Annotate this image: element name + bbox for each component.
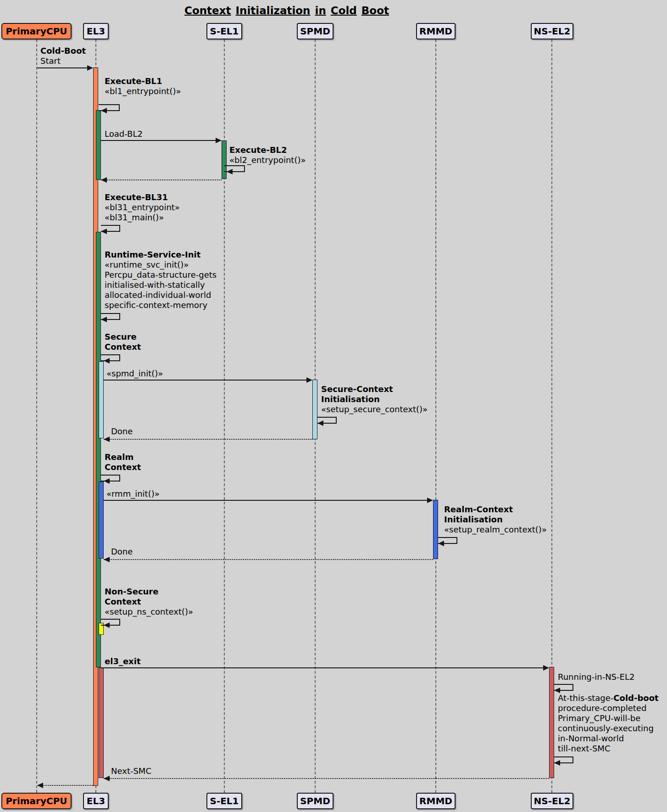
title-word: Initialization	[236, 5, 311, 17]
participant-primarycpu-bottom: PrimaryCPU	[1, 793, 72, 809]
msg-realm-context-label-1: Realm	[105, 452, 133, 462]
lifeline-primarycpu	[36, 39, 37, 793]
participant-ns-el2-bottom: NS-EL2	[531, 793, 573, 809]
return-next-smc-arrowhead	[104, 776, 110, 781]
msg-cold-boot-line	[37, 67, 87, 68]
msg-secure-init-label-2: Initialisation	[321, 394, 380, 404]
msg-execute-bl1-label-1: Execute-BL1	[105, 76, 162, 86]
return-secure-done-label: Done	[111, 426, 133, 437]
msg-coldboot-complete-arrowhead	[554, 760, 560, 766]
msg-load-bl2-arrowhead	[216, 138, 222, 143]
activation-spmd	[312, 380, 317, 439]
return-realm-done-arrowhead	[104, 557, 110, 562]
msg-load-bl2-label: Load-BL2	[105, 129, 143, 139]
lifeline-rmmd	[435, 39, 436, 793]
participant-label: PrimaryCPU	[6, 795, 67, 806]
participant-spmd-top: SPMD	[297, 23, 334, 39]
msg-realm-context-label-2: Context	[105, 462, 141, 472]
activation-el3-realm-context	[99, 482, 104, 559]
participant-label: RMMD	[419, 26, 452, 37]
msg-secure-init-label-3: «setup_secure_context()»	[321, 404, 428, 414]
msg-coldboot-complete-label-5: in-Normal-world	[558, 734, 624, 744]
label-bold: Cold-boot	[613, 693, 658, 703]
return-realm-done-label: Done	[111, 547, 133, 557]
participant-spmd-bottom: SPMD	[297, 793, 334, 809]
participant-rmmd-top: RMMD	[416, 23, 456, 39]
return-realm-done-line	[104, 559, 433, 560]
msg-rmm-init-arrowhead	[427, 498, 433, 503]
participant-primarycpu-top: PrimaryCPU	[1, 23, 72, 39]
msg-realm-init-label-3: «setup_realm_context()»	[444, 525, 547, 535]
msg-el3-exit-label: el3_exit	[105, 656, 141, 666]
msg-realm-context-arrowhead	[104, 478, 110, 484]
return-bl2-arrowhead	[101, 177, 107, 183]
msg-coldboot-complete-label-1: At-this-stage-Cold-boot	[558, 693, 659, 703]
msg-ns-context-label-2: Context	[105, 597, 141, 607]
return-secure-done-line	[104, 439, 312, 440]
msg-execute-bl1-arrowhead	[101, 108, 107, 113]
msg-realm-init-arrowhead	[438, 541, 444, 546]
participant-label: NS-EL2	[534, 26, 571, 37]
msg-realm-init-label-1: Realm-Context	[444, 504, 513, 515]
msg-cold-boot-arrowhead	[87, 65, 93, 71]
msg-execute-bl1-label-2: «bl1_entrypoint()»	[105, 86, 181, 96]
msg-execute-bl31-label-2: «bl31_entrypoint»	[105, 202, 180, 213]
msg-secure-context-label-1: Secure	[105, 332, 137, 342]
sequence-diagram: ContextInitializationinColdBoot PrimaryC…	[0, 0, 667, 812]
msg-runtime-svc-label-4: initialised-with-statically	[105, 280, 205, 290]
msg-execute-bl2-label-2: «bl2_entrypoint()»	[229, 155, 306, 165]
participant-label: EL3	[87, 26, 105, 37]
msg-runtime-svc-label-3: Percpu_data-structure-gets	[105, 270, 217, 280]
msg-spmd-init-label: «spmd_init()»	[106, 369, 163, 379]
participant-label: NS-EL2	[534, 795, 571, 806]
msg-running-ns-el2-arrowhead	[554, 688, 560, 693]
title-word: Boot	[361, 5, 389, 17]
participant-ns-el2-top: NS-EL2	[531, 23, 573, 39]
title-word: Context	[184, 5, 231, 17]
activation-el3-secure-context	[99, 361, 104, 438]
return-next-smc-label: Next-SMC	[111, 766, 151, 776]
msg-execute-bl31-label-1: Execute-BL31	[105, 192, 168, 202]
msg-runtime-svc-label-6: specific-context-memory	[105, 300, 207, 310]
msg-cold-boot-label-2: Start	[40, 56, 61, 66]
participant-label: SPMD	[300, 795, 330, 806]
activation-s-el1-bl2	[222, 140, 227, 179]
msg-runtime-svc-arrowhead	[101, 317, 107, 322]
msg-rmm-init-line	[104, 500, 428, 501]
msg-coldboot-complete-label-6: till-next-SMC	[558, 744, 610, 754]
participant-label: S-EL1	[210, 795, 239, 806]
return-primarycpu-line	[38, 785, 93, 786]
msg-el3-exit-line	[101, 667, 544, 668]
participant-label: EL3	[87, 795, 105, 806]
msg-coldboot-complete-label-3: Primary_CPU-will-be	[558, 713, 640, 723]
activation-el3-bl31	[96, 232, 101, 667]
return-secure-done-arrowhead	[104, 437, 110, 442]
title-word: Cold	[331, 5, 357, 17]
msg-cold-boot-label-1: Cold-Boot	[40, 46, 86, 56]
participant-label: PrimaryCPU	[6, 26, 67, 37]
msg-secure-context-label-2: Context	[105, 342, 141, 352]
participant-rmmd-bottom: RMMD	[416, 793, 456, 809]
msg-secure-init-label-1: Secure-Context	[321, 384, 393, 394]
msg-execute-bl31-arrowhead	[101, 229, 107, 234]
msg-runtime-svc-label-1: Runtime-Service-Init	[105, 250, 200, 260]
msg-runtime-svc-label-2: «runtime_svc_init()»	[105, 260, 189, 270]
participant-label: SPMD	[300, 26, 330, 37]
activation-rmmd	[433, 500, 438, 559]
msg-ns-context-label-3: «setup_ns_context()»	[105, 607, 193, 617]
msg-secure-init-arrowhead	[317, 420, 323, 426]
msg-runtime-svc-label-5: allocated-individual-world	[105, 290, 211, 300]
msg-coldboot-complete-label-4: continuously-executing	[558, 723, 654, 734]
participant-el3-top: EL3	[83, 23, 109, 39]
activation-el3-bl1	[96, 110, 101, 180]
activation-ns-el2	[549, 667, 554, 778]
participant-s-el1-bottom: S-EL1	[206, 793, 242, 809]
title-word: in	[315, 5, 326, 17]
msg-ns-context-arrowhead	[104, 622, 110, 628]
msg-load-bl2-line	[101, 140, 216, 141]
msg-spmd-init-arrowhead	[306, 377, 312, 383]
participant-el3-bottom: EL3	[83, 793, 109, 809]
diagram-title: ContextInitializationinColdBoot	[0, 5, 573, 17]
participant-label: RMMD	[419, 795, 452, 806]
participant-label: S-EL1	[210, 26, 239, 37]
